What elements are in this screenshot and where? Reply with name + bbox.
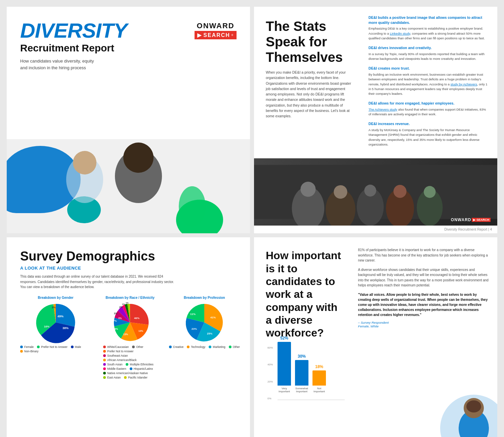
bar-pct-30: 30% xyxy=(298,354,306,359)
dei-brand-text: Emphasizing DE&I is a key component to e… xyxy=(369,26,489,41)
dei-brand-heading: DE&I builds a positive brand image that … xyxy=(369,15,489,25)
race-legend: White/Caucasian Other Prefer Not to Answ… xyxy=(103,345,157,379)
title-block: DIVERSITY Recruitment Report How candida… xyxy=(20,20,127,71)
survey-title: Survey Demographics xyxy=(20,249,240,264)
stats-title: The StatsSpeak forThemselves xyxy=(266,18,355,65)
svg-text:1%: 1% xyxy=(126,302,129,304)
quote-attribution: – Survey RespondentFemale, White xyxy=(358,321,489,328)
diversity-heading: DIVERSITY xyxy=(20,20,127,41)
svg-point-36 xyxy=(466,400,481,412)
legend-other-race: Other xyxy=(132,345,143,349)
svg-point-4 xyxy=(179,186,206,227)
legend-prefer-not: Prefer Not to Answer xyxy=(37,345,67,349)
recruitment-heading: Recruitment Report xyxy=(20,42,127,54)
profession-pie-svg: 41% 25% 23% 11% xyxy=(184,302,224,343)
stats-body: When you make DE&I a priority, every fac… xyxy=(266,70,355,119)
strip-logo: ONWARD ▶ SEARCH xyxy=(451,217,491,222)
svg-text:7%: 7% xyxy=(113,320,117,322)
profession-pie: 41% 25% 23% 11% xyxy=(184,302,224,343)
gender-chart-block: Breakdown by Gender 49% 38% 10% 3% xyxy=(20,296,91,353)
svg-text:25%: 25% xyxy=(207,332,212,335)
important-left: How important is it to candidates to wor… xyxy=(254,237,351,437)
gender-pie-svg: 49% 38% 10% 3% xyxy=(36,302,76,343)
svg-text:9%: 9% xyxy=(115,328,118,330)
dei-revenue-heading: DE&I increases revenue. xyxy=(369,121,489,126)
legend-marketing: Marketing xyxy=(209,345,225,349)
panel-demographics: Survey Demographics A LOOK AT THE AUDIEN… xyxy=(7,237,250,437)
svg-text:13%: 13% xyxy=(138,330,143,332)
gender-legend: Female Prefer Not to Answer Male Non-Bin… xyxy=(20,345,91,353)
bar-not-important: 18% NotImportant xyxy=(312,364,326,393)
panel-important: How important is it to candidates to wor… xyxy=(254,237,497,437)
legend-other-prof: Other xyxy=(229,345,240,349)
svg-text:46%: 46% xyxy=(134,317,139,320)
svg-text:38%: 38% xyxy=(62,326,69,330)
important-body2: A diverse workforce shows candidates tha… xyxy=(358,267,489,288)
survey-description: This data was curated through an online … xyxy=(20,274,175,290)
legend-ea: East Asian xyxy=(103,376,121,379)
svg-point-15 xyxy=(424,186,435,198)
bar-52 xyxy=(278,342,291,386)
race-pie: 46% 13% 13% 9% 7% 3% 2% 1% 1% 3% xyxy=(110,302,150,343)
svg-point-11 xyxy=(364,185,376,196)
svg-text:41%: 41% xyxy=(210,316,216,319)
page-number-2: Diversity Recruitment Report | 4 xyxy=(254,226,497,233)
panel-diversity-cover: DIVERSITY Recruitment Report How candida… xyxy=(7,7,250,233)
strip-illustration xyxy=(254,158,497,226)
dei-engaged-text: The Achievers study also found that when… xyxy=(369,107,489,117)
profession-legend: Creative Technology Marketing Other xyxy=(169,345,240,349)
profession-chart-block: Breakdown by Profession 41% 25% 23% 11% xyxy=(169,296,240,349)
dei-trust: DE&I creates more trust. By building an … xyxy=(369,66,489,96)
legend-sa: South Asian xyxy=(103,363,122,366)
legend-multi: Multiple Ethnicities xyxy=(126,363,153,366)
stats-image-strip: ONWARD ▶ SEARCH xyxy=(254,158,497,226)
svg-text:13%: 13% xyxy=(123,333,128,335)
important-title: How important is it to candidates to wor… xyxy=(266,249,345,340)
legend-creative: Creative xyxy=(169,345,184,349)
bar-30 xyxy=(295,360,308,386)
svg-text:1%: 1% xyxy=(122,303,125,305)
profession-chart-title: Breakdown by Profession xyxy=(184,296,225,300)
dei-trust-heading: DE&I creates more trust. xyxy=(369,66,489,71)
legend-white: White/Caucasian xyxy=(103,345,129,349)
legend-pna-race: Prefer Not to Answer xyxy=(103,350,133,353)
legend-aab: African American/Black xyxy=(103,358,136,362)
important-body1: 81% of participants believe it is import… xyxy=(358,247,489,263)
gender-chart-title: Breakdown by Gender xyxy=(38,296,74,300)
legend-male: Male xyxy=(71,345,81,349)
svg-text:10%: 10% xyxy=(44,325,49,328)
panel-stats: The StatsSpeak forThemselves When you ma… xyxy=(254,7,497,233)
legend-nonbinary: Non-Binary xyxy=(20,350,39,353)
cover-illustration xyxy=(7,139,250,233)
subtitle-text: How candidates value diversity, equityan… xyxy=(20,58,127,71)
svg-text:11%: 11% xyxy=(190,313,196,316)
important-top-row: How important is it to candidates to wor… xyxy=(254,237,497,437)
charts-container: Breakdown by Gender 49% 38% 10% 3% xyxy=(20,296,240,437)
bar-chart-area: 60% 40% 20% 0% 52% VeryImportant xyxy=(266,346,345,403)
bar-somewhat-important: 30% SomewhatImportant xyxy=(295,354,308,393)
legend-technology: Technology xyxy=(187,345,205,349)
race-chart-title: Breakdown by Race / Ethnicity xyxy=(106,296,155,300)
strip-background xyxy=(254,158,497,226)
person-illustration xyxy=(454,395,494,437)
dei-brand: DE&I builds a positive brand image that … xyxy=(369,15,489,41)
y-axis: 60% 40% 20% 0% xyxy=(267,346,273,400)
dei-engaged: DE&I allows for more engaged, happier em… xyxy=(369,101,489,117)
dei-innovation-text: In a survey by Topix, nearly 80% of resp… xyxy=(369,52,489,62)
stats-left: The StatsSpeak forThemselves When you ma… xyxy=(254,7,364,158)
dei-trust-text: By building an inclusive work environmen… xyxy=(369,72,489,96)
legend-pi: Pacific Islander xyxy=(124,376,148,379)
dei-revenue-text: A study by McKinsey & Company and The So… xyxy=(369,128,489,147)
bar-pct-52: 52% xyxy=(280,336,288,341)
dei-innovation-heading: DE&I drives innovation and creativity. xyxy=(369,45,489,50)
stats-right: DE&I builds a positive brand image that … xyxy=(364,7,497,158)
stats-top: The StatsSpeak forThemselves When you ma… xyxy=(254,7,497,158)
survey-subtitle: A LOOK AT THE AUDIENCE xyxy=(20,266,240,271)
header-area: DIVERSITY Recruitment Report How candida… xyxy=(20,20,237,71)
svg-point-1 xyxy=(73,151,96,174)
svg-text:23%: 23% xyxy=(192,327,197,330)
legend-sea: Southeast Asian xyxy=(103,354,128,357)
onward-search-logo: ONWARD ▶ SEARCH® xyxy=(195,20,237,39)
bar-chart-inner: 52% VeryImportant 30% SomewhatImportant xyxy=(278,346,345,400)
cover-image xyxy=(7,139,250,233)
